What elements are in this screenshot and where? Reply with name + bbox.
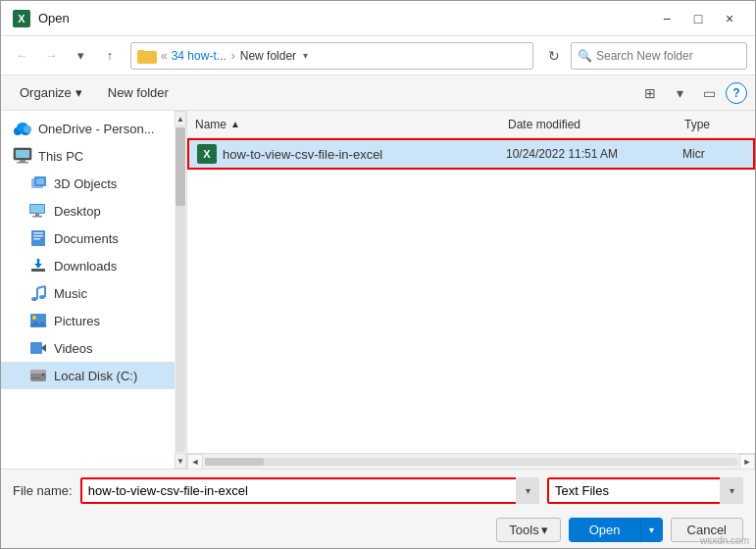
svg-rect-18 <box>33 238 40 240</box>
h-scroll-left[interactable]: ◄ <box>187 454 203 470</box>
toolbar-right: ⊞ ▾ ▭ ? <box>637 80 747 106</box>
svg-rect-6 <box>20 160 25 162</box>
open-button-wrap: Open ▾ <box>569 518 663 542</box>
file-type: Micr <box>675 147 753 161</box>
sidebar-item-desktop[interactable]: Desktop <box>1 197 175 225</box>
file-list-header: Name ▲ Date modified Type <box>187 111 755 138</box>
h-scroll-thumb[interactable] <box>205 458 264 466</box>
sidebar-item-onedrive[interactable]: OneDrive - Person... <box>1 115 175 142</box>
documents-icon <box>28 228 48 248</box>
crumb-part1[interactable]: 34 how-t... <box>172 49 227 63</box>
sidebar-scroll-up[interactable]: ▲ <box>175 111 186 126</box>
svg-rect-10 <box>36 178 44 184</box>
3d-icon <box>28 174 48 193</box>
sidebar-item-3d-objects[interactable]: 3D Objects <box>1 170 175 197</box>
svg-rect-19 <box>31 269 45 272</box>
filename-input-wrap: ▾ <box>80 477 539 504</box>
downloads-icon <box>28 256 48 275</box>
forward-button[interactable]: → <box>38 43 64 69</box>
up-button[interactable]: ↑ <box>97 43 123 69</box>
onedrive-icon <box>13 119 32 138</box>
main-content: OneDrive - Person... This PC <box>1 111 755 469</box>
open-button[interactable]: Open <box>570 519 640 541</box>
sidebar-item-pictures[interactable]: Pictures <box>1 307 175 334</box>
nav-dropdown-button[interactable]: ▾ <box>68 43 93 69</box>
h-scroll-track <box>205 458 737 466</box>
sidebar-scroll-down[interactable]: ▼ <box>175 453 186 469</box>
sidebar-item-music[interactable]: Music <box>1 279 175 307</box>
expand-button[interactable]: ▭ <box>696 80 722 106</box>
back-button[interactable]: ← <box>9 43 34 69</box>
3d-label: 3D Objects <box>54 176 117 191</box>
sidebar-items: OneDrive - Person... This PC <box>1 115 175 389</box>
search-icon: 🔍 <box>578 49 592 63</box>
svg-rect-5 <box>16 150 29 158</box>
music-label: Music <box>54 286 87 301</box>
column-name[interactable]: Name ▲ <box>187 118 500 131</box>
sidebar-item-local-disk[interactable]: Local Disk (C:) <box>1 362 175 389</box>
svg-rect-34 <box>30 370 46 374</box>
view-button[interactable]: ⊞ <box>637 80 663 106</box>
new-folder-button[interactable]: New folder <box>97 81 179 104</box>
svg-rect-13 <box>35 214 39 216</box>
onedrive-label: OneDrive - Person... <box>38 122 155 136</box>
crumb-separator2: › <box>231 49 235 63</box>
refresh-button[interactable]: ↻ <box>541 43 567 69</box>
organize-button[interactable]: Organize ▾ <box>9 81 93 104</box>
toolbar: Organize ▾ New folder ⊞ ▾ ▭ ? <box>1 75 755 111</box>
sidebar-scroll-thumb[interactable] <box>176 127 185 206</box>
svg-rect-16 <box>33 232 43 234</box>
filename-label: File name: <box>13 483 73 498</box>
music-icon <box>28 283 48 303</box>
sidebar-item-downloads[interactable]: Downloads <box>1 252 175 279</box>
svg-rect-12 <box>30 205 44 213</box>
bottom-bar: File name: ▾ Text Files ▾ Tools ▾ Open ▾ <box>1 469 755 548</box>
search-input[interactable] <box>596 49 740 63</box>
sidebar-item-this-pc[interactable]: This PC <box>1 142 175 170</box>
sidebar-item-videos[interactable]: Videos <box>1 334 175 362</box>
table-row[interactable]: X how-to-view-csv-file-in-excel 10/24/20… <box>187 138 755 170</box>
file-date: 10/24/2022 11:51 AM <box>498 147 675 161</box>
h-scroll-right[interactable]: ► <box>739 454 755 470</box>
sidebar-scroll-track <box>176 127 185 452</box>
desktop-icon <box>28 201 48 221</box>
title-bar: X Open − □ × <box>1 1 755 36</box>
column-date[interactable]: Date modified <box>500 118 677 131</box>
svg-point-3 <box>24 125 31 133</box>
videos-icon <box>28 338 48 358</box>
close-button[interactable]: × <box>716 9 743 28</box>
excel-file-icon: X <box>197 144 217 164</box>
local-disk-label: Local Disk (C:) <box>54 369 137 383</box>
tools-button[interactable]: Tools ▾ <box>496 518 560 542</box>
folder-icon <box>137 48 157 64</box>
svg-point-29 <box>32 316 36 320</box>
sidebar: OneDrive - Person... This PC <box>1 111 187 469</box>
sidebar-item-documents[interactable]: Documents <box>1 225 175 252</box>
desktop-label: Desktop <box>54 204 101 219</box>
pictures-label: Pictures <box>54 314 100 328</box>
address-dropdown-button[interactable]: ▾ <box>296 42 314 70</box>
window-controls: − □ × <box>653 9 743 28</box>
crumb-part2[interactable]: New folder <box>240 49 296 63</box>
watermark: wsxdn.com <box>700 535 749 546</box>
file-name-cell: X how-to-view-csv-file-in-excel <box>189 142 498 166</box>
help-button[interactable]: ? <box>726 82 747 104</box>
downloads-label: Downloads <box>54 259 117 274</box>
filename-input[interactable] <box>80 477 539 504</box>
minimize-button[interactable]: − <box>653 9 680 28</box>
open-dropdown-button[interactable]: ▾ <box>640 519 662 541</box>
address-bar[interactable]: « 34 how-t... › New folder ▾ <box>130 42 533 70</box>
svg-marker-22 <box>34 264 42 268</box>
filename-dropdown-button[interactable]: ▾ <box>516 477 539 504</box>
svg-rect-14 <box>32 216 42 218</box>
view-dropdown-button[interactable]: ▾ <box>667 80 692 106</box>
filetype-select[interactable]: Text Files <box>547 477 743 504</box>
column-type[interactable]: Type <box>677 118 755 131</box>
file-name: how-to-view-csv-file-in-excel <box>223 147 382 162</box>
crumb-separator1: « <box>161 49 168 63</box>
svg-rect-17 <box>33 235 43 237</box>
videos-label: Videos <box>54 341 93 356</box>
maximize-button[interactable]: □ <box>684 9 712 28</box>
svg-rect-31 <box>30 342 42 354</box>
sidebar-scrollbar: ▲ ▼ <box>175 111 186 469</box>
